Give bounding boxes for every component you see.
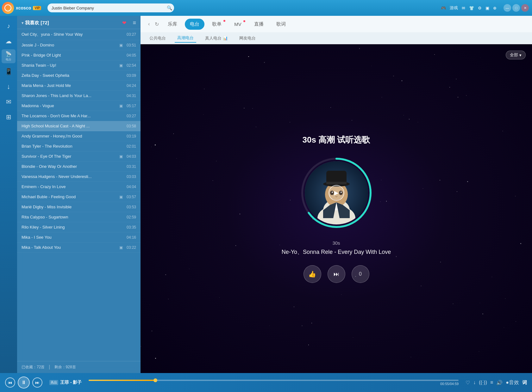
track-row[interactable]: The Locarnos - Don't Give Me A Har... 03…: [17, 111, 141, 121]
progress-area[interactable]: 00:55/04:59: [89, 380, 459, 386]
track-row[interactable]: Rita Calypso - Sugartown 02:59: [17, 212, 141, 222]
track-name-label: Andy Grammer - Honey,i'm Good: [22, 134, 125, 138]
close-button[interactable]: ✕: [521, 4, 529, 12]
track-name-label: Michael Buble - Feeling Good: [22, 194, 117, 199]
left-sidebar: ♪ ☁ 📡 电台 📱 ↓ ✉ ⊞: [0, 16, 17, 373]
progress-time: 00:55/04:59: [89, 382, 459, 386]
track-quality-icon: ▣: [119, 63, 123, 68]
track-name-label: Owl City、yuna - Shine Your Way: [22, 32, 125, 37]
playlist-heart-icon[interactable]: ❤: [122, 20, 126, 26]
track-row[interactable]: High School Musical Cast - A Night ... 0…: [17, 121, 141, 131]
prev-button[interactable]: ⏮: [5, 377, 15, 388]
track-row[interactable]: P!nk - Bridge Of Light 04:05: [17, 50, 141, 60]
progress-bar[interactable]: [89, 380, 459, 381]
window-icon[interactable]: ▣: [485, 6, 489, 10]
next-button[interactable]: ⏭: [32, 377, 42, 388]
track-row[interactable]: Mika - Talk About You ▣ 03:22: [17, 242, 141, 253]
volume-button[interactable]: 🔊: [496, 380, 503, 386]
track-name-label: Rilo Kiley - Silver Lining: [22, 225, 125, 230]
track-row[interactable]: Andy Grammer - Honey,i'm Good 03:19: [17, 131, 141, 141]
download-button[interactable]: ↓: [473, 380, 476, 385]
tab-library[interactable]: 乐库: [163, 19, 182, 30]
track-name: 王菲 - 影子: [60, 380, 82, 385]
track-name-label: High School Musical Cast - A Night ...: [22, 124, 125, 128]
sidebar-item-music[interactable]: ♪: [2, 19, 16, 33]
sidebar-item-download[interactable]: ↓: [2, 80, 16, 94]
back-button[interactable]: ‹: [147, 20, 151, 28]
track-row[interactable]: Maria Mena - Just Hold Me 04:24: [17, 81, 141, 91]
track-row[interactable]: Vanessa Hudgens - Never Underesti... 03:…: [17, 172, 141, 182]
sub-tab-peak[interactable]: 高潮电台: [175, 34, 196, 43]
search-bar[interactable]: 🔍: [47, 3, 174, 12]
track-name-label: Mika - I See You: [22, 235, 125, 240]
track-name-label: Eminem - Crazy In Love: [22, 184, 125, 189]
play-button[interactable]: ▶: [329, 185, 344, 201]
track-row[interactable]: Eminem - Crazy In Love 04:04: [17, 182, 141, 192]
mail-icon[interactable]: ✉: [462, 6, 465, 10]
shirt-icon[interactable]: 👕: [469, 6, 474, 10]
track-row[interactable]: Blondie - One Way Or Another 03:31: [17, 162, 141, 172]
track-quality-icon: ▣: [119, 245, 123, 250]
vip-badge: VIP: [33, 6, 41, 10]
sidebar-item-cloud[interactable]: ☁: [2, 34, 16, 48]
track-row[interactable]: Marié Digby - Miss Invisible 03:53: [17, 202, 141, 212]
lyrics-button[interactable]: 词: [522, 380, 527, 386]
track-quality-icon: ▣: [119, 154, 123, 159]
sidebar-item-apps[interactable]: ⊞: [2, 110, 16, 124]
track-row[interactable]: Sharon Jones - This Land Is Your La... 0…: [17, 91, 141, 101]
sub-tab-live[interactable]: 真人电台 📊: [203, 34, 230, 42]
track-quality-icon: ▣: [119, 104, 123, 108]
playlist-body: Owl City、yuna - Shine Your Way 03:27 Jes…: [17, 29, 141, 361]
fm-button[interactable]: ((·)): [479, 380, 487, 385]
sidebar-item-radio[interactable]: 📡 电台: [2, 49, 16, 63]
playlist-expand-icon[interactable]: ▾: [22, 21, 24, 25]
minimize-button[interactable]: —: [504, 4, 511, 12]
grid-icon: ⊞: [6, 113, 11, 121]
search-input[interactable]: [47, 3, 174, 12]
track-row[interactable]: Jessie J - Domino ▣ 03:51: [17, 40, 141, 50]
player-right: ♡ ↓ ((·)) ≡ 🔊 ●音效 词: [466, 379, 527, 386]
track-row[interactable]: Survivor - Eye Of The Tiger ▣ 04:03: [17, 151, 141, 162]
svg-rect-10: [326, 182, 347, 184]
sidebar-item-mail[interactable]: ✉: [2, 95, 16, 109]
heart-button[interactable]: ♡: [466, 380, 470, 386]
logo: [0, 0, 16, 16]
track-row[interactable]: Michael Buble - Feeling Good ▣ 03:57: [17, 192, 141, 202]
track-row[interactable]: Madonna - Vogue ▣ 05:17: [17, 101, 141, 111]
track-name-label: Vanessa Hudgens - Never Underesti...: [22, 174, 125, 179]
filter-button[interactable]: 全部 ▾: [506, 51, 526, 59]
progress-thumb: [153, 378, 157, 382]
refresh-button[interactable]: ↻: [153, 20, 160, 28]
filter-label: 全部: [510, 52, 518, 58]
tab-playlist[interactable]: 歌单: [207, 19, 227, 30]
track-row[interactable]: Rilo Kiley - Silver Lining 03:35: [17, 222, 141, 232]
playlist-footer: 已收藏：72首 │ 剩余：928首: [17, 361, 141, 373]
tab-mv[interactable]: MV: [229, 19, 247, 29]
game-label[interactable]: 游戏: [450, 5, 458, 11]
playlist-menu-icon[interactable]: ≡: [133, 20, 136, 26]
sidebar-item-phone[interactable]: 📱: [2, 64, 16, 78]
track-row[interactable]: Mika - I See You 04:16: [17, 232, 141, 242]
maximize-button[interactable]: □: [512, 4, 520, 12]
effects-button[interactable]: ●音效: [506, 379, 519, 386]
sub-tab-user[interactable]: 网友电台: [237, 34, 258, 42]
track-row[interactable]: Shania Twain - Up! ▣ 02:54: [17, 60, 141, 70]
sub-tab-public[interactable]: 公共电台: [147, 34, 168, 42]
track-name-label: P!nk - Bridge Of Light: [22, 53, 125, 58]
add-window-icon[interactable]: ⊕: [493, 6, 497, 10]
track-row[interactable]: Brian Tyler - The Revolution 02:01: [17, 141, 141, 151]
tab-lyrics[interactable]: 歌词: [271, 19, 291, 30]
search-button[interactable]: 🔍: [167, 5, 172, 10]
music-note-icon: ♪: [7, 22, 10, 30]
track-duration: 03:31: [125, 164, 136, 169]
settings-icon[interactable]: ⚙: [478, 6, 482, 10]
download-icon: ↓: [7, 83, 10, 91]
tab-radio[interactable]: 电台: [185, 19, 204, 30]
track-row[interactable]: Zella Day - Sweet Ophelia 03:09: [17, 70, 141, 81]
track-row[interactable]: Owl City、yuna - Shine Your Way 03:27: [17, 29, 141, 40]
game-icon[interactable]: 🎮: [441, 6, 446, 10]
track-duration: 03:27: [125, 114, 136, 118]
pause-button[interactable]: ⏸: [18, 377, 30, 389]
tab-live[interactable]: 直播: [249, 19, 269, 30]
playlist-button[interactable]: ≡: [490, 380, 493, 385]
